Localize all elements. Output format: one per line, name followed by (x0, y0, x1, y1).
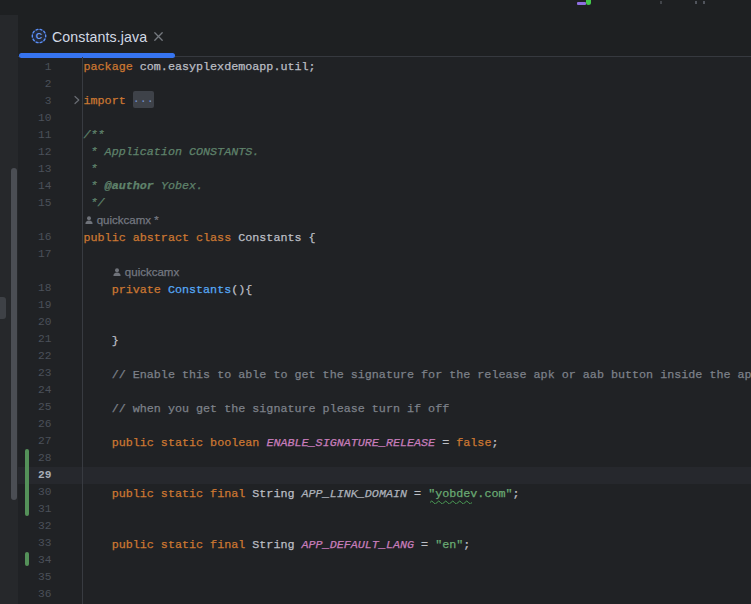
svg-text:C: C (36, 31, 43, 41)
